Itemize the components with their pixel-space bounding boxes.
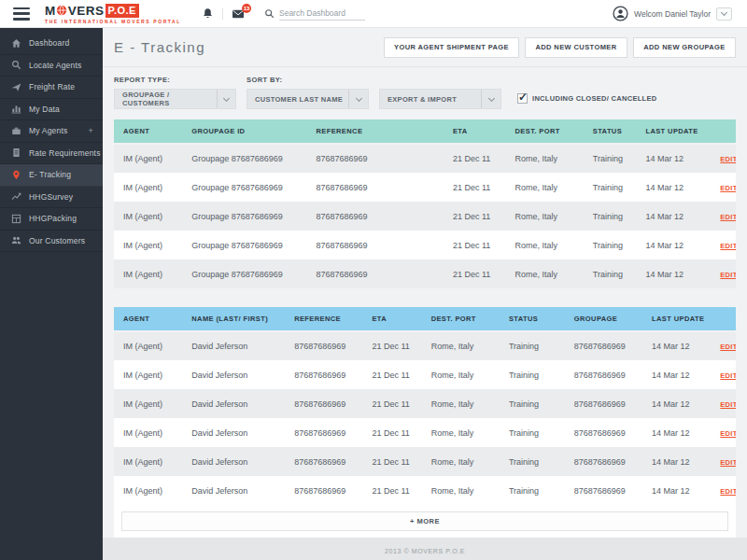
- bell-icon[interactable]: [202, 7, 214, 20]
- table-cell[interactable]: EDIT: [711, 259, 736, 288]
- edit-link[interactable]: EDIT: [720, 242, 736, 250]
- sidebar-item-hhgpacking[interactable]: HHGPacking: [0, 208, 103, 231]
- top-bar: M VERS P.O.E THE INTERNATIONAL MOVERS PO…: [0, 0, 747, 28]
- table-cell: 21 Dec 11: [444, 173, 506, 202]
- table-row: IM (Agent)Groupage 876876869698768768696…: [114, 231, 736, 259]
- table-cell[interactable]: EDIT: [711, 360, 736, 389]
- table-cell: 14 Mar 12: [636, 202, 711, 231]
- column-header: LAST UPDATE: [636, 119, 711, 144]
- table-row: IM (Agent)David Jeferson8768768696921 De…: [114, 418, 736, 447]
- add-new-groupage-button[interactable]: ADD NEW GROUPAGE: [633, 37, 736, 58]
- table-cell: Training: [584, 144, 637, 173]
- table-cell: Training: [584, 259, 637, 288]
- table-cell: Training: [584, 231, 637, 259]
- edit-link[interactable]: EDIT: [720, 429, 736, 438]
- table-header-row: AGENTGROUPAGE IDREFERENCEETADEST. PORTST…: [114, 119, 736, 144]
- messages-icon[interactable]: 13: [232, 8, 245, 20]
- sort-by-dropdown[interactable]: CUSTOMER LAST NAME: [247, 89, 369, 109]
- export-import-dropdown[interactable]: EXPORT & IMPORT: [379, 89, 501, 109]
- table-cell: Training: [500, 447, 565, 476]
- table-cell: Rome, Italy: [506, 231, 584, 259]
- sidebar-item-label: Locate Agents: [29, 61, 81, 70]
- chevron-down-icon: [348, 90, 368, 108]
- table-cell: Training: [500, 389, 565, 418]
- table-cell: IM (Agent): [114, 447, 182, 476]
- table-cell: Training: [500, 331, 565, 360]
- table-cell: IM (Agent): [114, 202, 182, 231]
- footer: 2013 © MOVERS P.O.E: [103, 538, 747, 560]
- edit-link[interactable]: EDIT: [720, 400, 736, 409]
- table-cell[interactable]: EDIT: [711, 231, 736, 259]
- table-cell: Training: [500, 360, 565, 389]
- your-agent-shipment-page-button[interactable]: YOUR AGENT SHIPMENT PAGE: [384, 37, 519, 58]
- user-menu-button[interactable]: [716, 7, 732, 21]
- table-row: IM (Agent)Groupage 876876869698768768696…: [114, 202, 736, 231]
- table-cell[interactable]: EDIT: [711, 173, 736, 202]
- column-header: NAME (LAST/ FIRST): [182, 307, 285, 331]
- edit-link[interactable]: EDIT: [720, 184, 736, 192]
- column-header: REFERENCE: [285, 307, 362, 331]
- logo-tagline: THE INTERNATIONAL MOVERS PORTAL: [45, 19, 181, 24]
- add-new-customer-button[interactable]: ADD NEW CUSTOMER: [525, 37, 627, 58]
- table-cell: 14 Mar 12: [642, 418, 711, 447]
- chevron-down-icon: [481, 90, 500, 108]
- logo-badge: P.O.E: [106, 4, 139, 18]
- avatar-icon[interactable]: [613, 6, 628, 21]
- edit-link[interactable]: EDIT: [720, 155, 736, 163]
- table-header-row: AGENTNAME (LAST/ FIRST)REFERENCEETADEST.…: [114, 307, 736, 331]
- table-cell: IM (Agent): [114, 173, 182, 202]
- hamburger-menu-icon[interactable]: [13, 7, 30, 21]
- table-cell[interactable]: EDIT: [711, 476, 736, 505]
- sidebar-item-label: My Agents: [29, 126, 68, 135]
- edit-link[interactable]: EDIT: [720, 213, 736, 221]
- sort-by-label: SORT BY:: [247, 76, 369, 84]
- sidebar-item-my-data[interactable]: My Data: [0, 99, 103, 121]
- table-cell: IM (Agent): [114, 331, 182, 360]
- sidebar-item-hhgsurvey[interactable]: HHGSurvey: [0, 187, 103, 209]
- table-cell: 87687686969: [306, 202, 444, 231]
- table-cell[interactable]: EDIT: [711, 202, 736, 231]
- sidebar-item-rate-requirements[interactable]: Rate Requirements: [0, 143, 103, 165]
- customers-table: AGENTNAME (LAST/ FIRST)REFERENCEETADEST.…: [114, 307, 736, 505]
- table-cell[interactable]: EDIT: [711, 389, 736, 418]
- table-cell: 21 Dec 11: [362, 476, 421, 505]
- table-cell: Rome, Italy: [422, 331, 500, 360]
- bar-chart-icon: [11, 104, 21, 114]
- table-cell[interactable]: EDIT: [711, 331, 736, 360]
- table-row: IM (Agent)David Jeferson8768768696921 De…: [114, 360, 736, 389]
- sidebar-item-dashboard[interactable]: Dashboard: [0, 33, 103, 55]
- divider: [222, 8, 223, 20]
- column-header: LAST UPDATE: [642, 307, 711, 331]
- table-cell[interactable]: EDIT: [711, 418, 736, 447]
- load-more-button[interactable]: + MORE: [121, 511, 728, 531]
- table-cell: 14 Mar 12: [642, 360, 711, 389]
- table-cell[interactable]: EDIT: [711, 447, 736, 476]
- sidebar-item-our-customers[interactable]: Our Customers: [0, 231, 103, 253]
- sidebar-item-my-agents[interactable]: My Agents +: [0, 120, 103, 143]
- column-header: ETA: [444, 119, 506, 144]
- report-type-dropdown[interactable]: GROUPAGE / CUSTOMERS: [114, 89, 236, 109]
- edit-link[interactable]: EDIT: [720, 271, 736, 279]
- table-cell[interactable]: EDIT: [711, 144, 736, 173]
- expand-plus-icon[interactable]: +: [89, 126, 103, 135]
- sidebar-item-freight-rate[interactable]: Freight Rate: [0, 77, 103, 99]
- table-cell: 21 Dec 11: [444, 144, 506, 173]
- edit-link[interactable]: EDIT: [720, 343, 736, 351]
- edit-link[interactable]: EDIT: [720, 371, 736, 380]
- logo-text-m: M: [45, 4, 56, 18]
- edit-link[interactable]: EDIT: [720, 487, 736, 496]
- column-header: DEST. PORT: [506, 119, 584, 144]
- table-cell: 87687686969: [565, 476, 642, 505]
- table-cell: 87687686969: [565, 447, 642, 476]
- report-type-value: GROUPAGE / CUSTOMERS: [122, 91, 217, 107]
- edit-link[interactable]: EDIT: [720, 458, 736, 467]
- column-header: STATUS: [584, 119, 637, 144]
- table-cell: 87687686969: [285, 418, 362, 447]
- sidebar-item-locate-agents[interactable]: Locate Agents: [0, 55, 103, 77]
- table-cell: 21 Dec 11: [362, 418, 421, 447]
- search-input[interactable]: [279, 7, 365, 21]
- table-cell: Rome, Italy: [422, 389, 500, 418]
- table-cell: IM (Agent): [114, 144, 182, 173]
- sidebar-item-e-tracking[interactable]: E- Tracking: [0, 164, 103, 187]
- including-closed-checkbox[interactable]: [517, 93, 528, 104]
